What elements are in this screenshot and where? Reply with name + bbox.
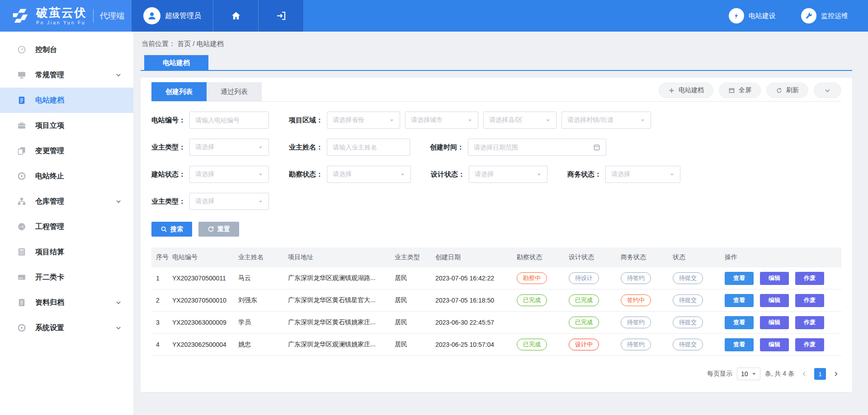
collapse-panel-button[interactable] [814, 83, 841, 98]
refresh-icon [776, 87, 783, 94]
main-content: 当前位置： 首页 / 电站建档 电站建档 创建列表 通过列表 电站建档 全屏 [133, 32, 868, 415]
sidebar-item-system-settings[interactable]: 系统设置 [0, 315, 133, 340]
sidebar-item-console[interactable]: 控制台 [0, 37, 133, 62]
town-select[interactable]: 请选择村镇/街道 [561, 112, 651, 129]
avatar [143, 7, 160, 24]
sidebar-item-change-mgmt[interactable]: 变更管理 [0, 138, 133, 163]
sidebar-item-data-archive[interactable]: 资料归档 [0, 290, 133, 315]
filter-build-status: 建站状态： 请选择 [151, 166, 269, 183]
station-table: 序号 电站编号 业主姓名 项目地址 业主类型 创建日期 勘察状态 设计状态 商务… [151, 247, 841, 356]
calculator-icon [17, 247, 26, 256]
sitemap-icon [17, 197, 26, 206]
search-icon [160, 226, 167, 233]
col-owner-type: 业主类型 [395, 253, 435, 261]
caret-down-icon [258, 199, 263, 204]
view-button[interactable]: 查看 [725, 316, 754, 329]
col-status: 状态 [673, 253, 725, 261]
edit-button[interactable]: 编辑 [760, 338, 789, 351]
void-button[interactable]: 作废 [795, 338, 824, 351]
per-page-suffix: 条, 共 4 条 [765, 370, 794, 378]
page-tab-station-archive[interactable]: 电站建档 [144, 55, 208, 70]
card-icon [17, 273, 26, 282]
date-range-input[interactable] [474, 144, 593, 151]
date-range-picker[interactable] [468, 139, 606, 156]
owner-name-input[interactable] [333, 144, 404, 151]
caret-down-icon [640, 118, 645, 123]
sidebar-item-project-initiation[interactable]: 项目立项 [0, 113, 133, 138]
survey-status-select[interactable]: 请选择 [327, 166, 411, 183]
void-button[interactable]: 作废 [795, 272, 824, 285]
sidebar-item-project-settlement[interactable]: 项目结算 [0, 239, 133, 265]
user-menu[interactable]: 超级管理员 [131, 0, 213, 32]
sidebar-item-label: 电站建档 [35, 96, 64, 105]
sidebar-item-label: 项目立项 [35, 121, 64, 131]
caret-down-icon [670, 172, 675, 177]
calendar-icon [593, 144, 600, 151]
owner-type-select[interactable]: 请选择 [189, 139, 269, 156]
province-select[interactable]: 请选择省份 [327, 112, 400, 129]
status-badge: 待提交 [673, 339, 703, 350]
toolbar: 电站建档 全屏 刷新 [659, 83, 841, 101]
home-icon [231, 10, 241, 21]
list-tabs: 创建列表 通过列表 电站建档 全屏 刷新 [151, 82, 841, 102]
owner-type-select-2[interactable]: 请选择 [189, 193, 269, 210]
view-button[interactable]: 查看 [725, 294, 754, 307]
edit-button[interactable]: 编辑 [760, 272, 789, 285]
wrench-icon [804, 11, 813, 20]
void-button[interactable]: 作废 [795, 316, 824, 329]
sidebar-item-type2-card[interactable]: 开二类卡 [0, 265, 133, 290]
survey-status-badge: 已完成 [517, 294, 547, 306]
build-status-select[interactable]: 请选择 [189, 166, 269, 183]
design-status-select[interactable]: 请选择 [469, 166, 547, 183]
col-created-date: 创建日期 [435, 253, 517, 261]
fullscreen-button[interactable]: 全屏 [719, 83, 761, 98]
logo-icon [10, 5, 31, 26]
filter-label: 项目区域： [289, 116, 327, 125]
copy-icon [17, 146, 26, 155]
chevron-down-icon [115, 72, 122, 78]
design-status-badge: 已完成 [569, 317, 599, 328]
module-monitor-ops[interactable]: 监控运维 [801, 8, 848, 23]
breadcrumb-path[interactable]: 首页 / 电站建档 [177, 40, 224, 47]
search-button[interactable]: 搜索 [151, 222, 192, 237]
sidebar-item-engineering-mgmt[interactable]: 工程管理 [0, 214, 133, 239]
business-status-badge: 待签约 [621, 317, 651, 328]
sidebar-item-label: 控制台 [35, 45, 57, 55]
edit-button[interactable]: 编辑 [760, 294, 789, 307]
brand: 破茧云伏 Po Jian Yun Fu 代理端 [0, 0, 131, 32]
refresh-button[interactable]: 刷新 [766, 83, 808, 98]
business-status-select[interactable]: 请选择 [605, 166, 680, 183]
page-size-select[interactable]: 10 [737, 368, 760, 380]
view-button[interactable]: 查看 [725, 272, 754, 285]
tab-create-list[interactable]: 创建列表 [151, 82, 207, 101]
pagination: 每页显示 10 条, 共 4 条 1 [151, 368, 841, 380]
filter-owner-type-2: 业主类型： 请选择 [151, 193, 269, 210]
sidebar-item-general-mgmt[interactable]: 常规管理 [0, 62, 133, 88]
station-no-input[interactable] [195, 117, 263, 124]
next-page-button[interactable] [830, 368, 841, 379]
breadcrumb-prefix: 当前位置： [142, 40, 175, 47]
edit-button[interactable]: 编辑 [760, 316, 789, 329]
user-name: 超级管理员 [165, 11, 201, 21]
city-select[interactable]: 请选择城市 [405, 112, 478, 129]
sidebar: 控制台 常规管理 电站建档 项目立项 变更管理 电站终止 仓库管理 [0, 32, 133, 415]
filter-label: 商务状态： [567, 170, 605, 179]
sidebar-item-station-termination[interactable]: 电站终止 [0, 163, 133, 189]
tab-passed-list[interactable]: 通过列表 [207, 82, 262, 101]
logout-button[interactable] [259, 0, 304, 32]
create-station-button[interactable]: 电站建档 [659, 83, 713, 98]
filter-label: 创建时间： [430, 143, 468, 152]
sidebar-item-station-archive[interactable]: 电站建档 [0, 88, 133, 113]
page-1-button[interactable]: 1 [814, 368, 826, 380]
void-button[interactable]: 作废 [795, 294, 824, 307]
logout-icon [276, 10, 287, 21]
home-button[interactable] [213, 0, 259, 32]
prev-page-button[interactable] [799, 368, 810, 379]
dashboard-icon [17, 45, 26, 54]
sidebar-item-warehouse-mgmt[interactable]: 仓库管理 [0, 189, 133, 214]
county-select[interactable]: 请选择县/区 [483, 112, 557, 129]
module-station-build[interactable]: 电站建设 [729, 8, 776, 23]
col-business-status: 商务状态 [621, 253, 673, 261]
reset-button[interactable]: 重置 [198, 222, 239, 237]
view-button[interactable]: 查看 [725, 338, 754, 351]
